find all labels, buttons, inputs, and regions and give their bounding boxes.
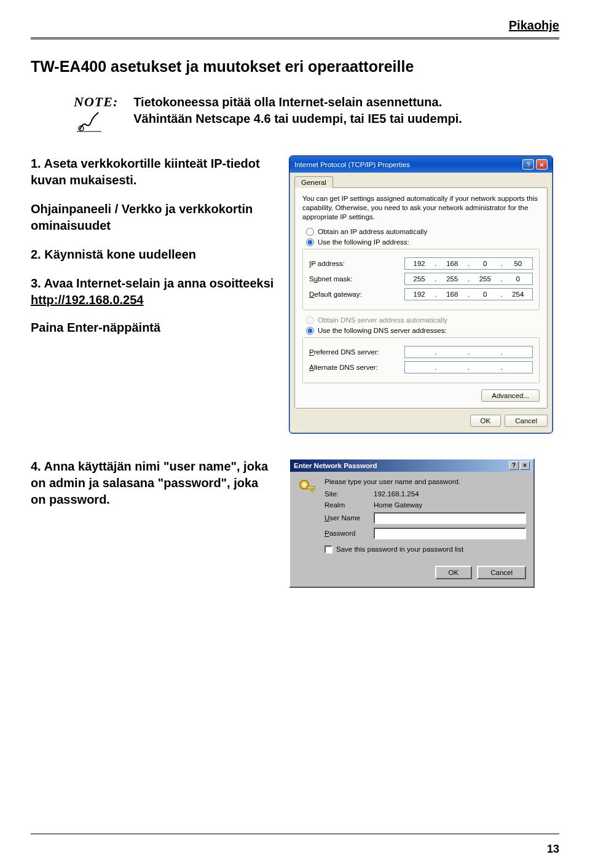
password-prompt: Please type your user name and password. — [324, 478, 526, 485]
pref-dns-input[interactable]: ... — [404, 346, 533, 358]
step-4-pw: password — [49, 493, 106, 506]
radio-use-dns-label: Use the following DNS server addresses: — [318, 327, 447, 334]
svg-rect-3 — [307, 487, 315, 489]
username-label: User Name — [324, 514, 374, 522]
step-3-b: Paina Enter-näppäintä — [31, 319, 277, 336]
sn-a: 255 — [405, 275, 433, 283]
help-icon[interactable]: ? — [522, 159, 534, 170]
password-title-text: Enter Network Password — [294, 462, 377, 469]
radio-use-dns[interactable]: Use the following DNS server addresses: — [306, 327, 540, 335]
sn-d: 0 — [504, 275, 532, 283]
ok-button[interactable]: OK — [470, 415, 502, 427]
key-icon — [297, 478, 317, 498]
ip-c: 0 — [471, 260, 499, 267]
radio-auto-ip-label: Obtain an IP address automatically — [318, 228, 427, 235]
note-block: NOTE: Tietokoneessa pitää olla Internet-… — [74, 94, 547, 137]
password-dialog: Enter Network Password ? × — [289, 458, 535, 588]
ip-input[interactable]: 192. 168. 0. 50 — [404, 257, 533, 270]
tcpip-dialog: Internet Protocol (TCP/IP) Properties ? … — [289, 155, 553, 434]
cancel-button[interactable]: Cancel — [505, 415, 548, 427]
alt-dns-label: Alternate DNS server: — [309, 364, 404, 371]
ip-b: 168 — [438, 260, 466, 267]
step-4-admin: admin — [49, 476, 85, 490]
tcpip-title-text: Internet Protocol (TCP/IP) Properties — [294, 161, 410, 168]
ok-button[interactable]: OK — [435, 566, 473, 579]
radio-auto-ip[interactable]: Obtain an IP address automatically — [306, 228, 540, 236]
cancel-button[interactable]: Cancel — [477, 566, 526, 579]
gw-b: 168 — [438, 291, 466, 298]
sn-c: 255 — [471, 275, 499, 283]
advanced-button[interactable]: Advanced... — [481, 389, 540, 402]
doc-header: Pikaohje — [31, 18, 559, 33]
tcpip-intro: You can get IP settings assigned automat… — [302, 194, 540, 222]
dns-group: Preferred DNS server: ... Alternate DNS … — [302, 337, 540, 383]
footer-rule — [31, 834, 559, 834]
ip-group: IP address: 192. 168. 0. 50 Subnet mask: — [302, 249, 540, 310]
step-3-link[interactable]: http://192.168.0.254 — [31, 293, 143, 307]
ip-a: 192 — [405, 260, 433, 267]
step-3: 3. Avaa Internet-selain ja anna osoittee… — [31, 275, 277, 336]
radio-use-ip[interactable]: Use the following IP address: — [306, 238, 540, 246]
note-icon: NOTE: — [74, 94, 118, 137]
tcpip-titlebar: Internet Protocol (TCP/IP) Properties ? … — [289, 156, 553, 173]
radio-use-ip-label: Use the following IP address: — [318, 238, 409, 246]
step-4: 4. Anna käyttäjän nimi "user name", joka… — [31, 458, 277, 508]
radio-auto-dns: Obtain DNS server address automatically — [306, 316, 540, 324]
note-line-1: Tietokoneessa pitää olla Internet-selain… — [133, 95, 442, 109]
note-text: Tietokoneessa pitää olla Internet-selain… — [133, 94, 462, 127]
gw-a: 192 — [405, 291, 433, 298]
help-icon[interactable]: ? — [509, 461, 519, 470]
svg-rect-4 — [312, 489, 313, 491]
note-caption: NOTE: — [74, 94, 118, 110]
gw-c: 0 — [471, 291, 499, 298]
page-title: TW-EA400 asetukset ja muutokset eri oper… — [31, 58, 559, 76]
pref-dns-label: Preferred DNS server: — [309, 348, 404, 356]
ip-label: IP address: — [309, 260, 404, 267]
sn-b: 255 — [438, 275, 466, 283]
realm-value: Home Gateway — [374, 501, 422, 509]
site-label: Site: — [324, 490, 374, 498]
ip-d: 50 — [504, 260, 532, 267]
checkbox-icon — [324, 545, 332, 553]
note-line-2: Vähintään Netscape 4.6 tai uudempi, tai … — [133, 112, 462, 125]
step-2: 2. Käynnistä kone uudelleen — [31, 246, 277, 263]
gateway-label: Default gateway: — [309, 291, 404, 298]
save-password-label: Save this password in your password list — [336, 545, 463, 553]
subnet-label: Subnet mask: — [309, 275, 404, 283]
gw-d: 254 — [504, 291, 532, 298]
tab-general[interactable]: General — [294, 176, 333, 188]
site-value: 192.168.1.254 — [374, 490, 419, 498]
hand-writing-icon — [74, 110, 104, 135]
close-icon[interactable]: × — [520, 461, 530, 470]
svg-point-2 — [303, 483, 306, 486]
page-number: 13 — [547, 843, 559, 856]
step-1b: Ohjainpaneeli / Verkko ja verkkokortin o… — [31, 201, 277, 234]
step-4-c: . — [106, 493, 110, 506]
alt-dns-input[interactable]: ... — [404, 361, 533, 373]
subnet-input[interactable]: 255. 255. 255. 0 — [404, 273, 533, 285]
gateway-input[interactable]: 192. 168. 0. 254 — [404, 288, 533, 300]
realm-label: Realm — [324, 501, 374, 509]
username-input[interactable] — [374, 512, 526, 524]
step-1a: 1. Aseta verkkokortille kiinteät IP-tied… — [31, 155, 277, 189]
close-icon[interactable]: × — [536, 159, 548, 170]
password-input[interactable] — [374, 528, 526, 539]
password-label: Password — [324, 530, 374, 537]
step-3-text: 3. Avaa Internet-selain ja anna osoittee… — [31, 276, 273, 290]
password-titlebar: Enter Network Password ? × — [290, 459, 533, 472]
save-password-checkbox[interactable]: Save this password in your password list — [324, 545, 526, 553]
header-rule — [31, 37, 559, 39]
radio-auto-dns-label: Obtain DNS server address automatically — [318, 316, 447, 324]
